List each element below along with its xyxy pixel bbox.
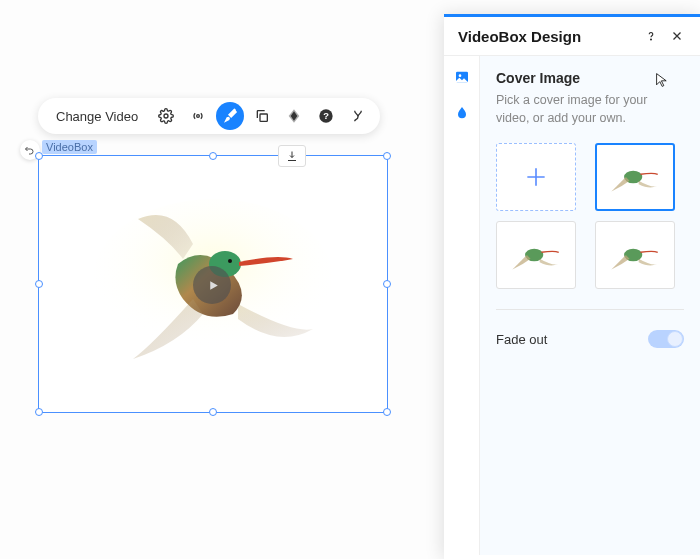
panel-help-icon[interactable] (642, 27, 660, 45)
fade-out-toggle[interactable] (648, 330, 684, 348)
help-icon[interactable]: ? (312, 102, 340, 130)
color-tab-icon[interactable] (453, 104, 471, 122)
settings-icon[interactable] (152, 102, 180, 130)
section-description: Pick a cover image for your video, or ad… (496, 92, 684, 127)
cover-image-option[interactable] (595, 221, 675, 289)
change-video-button[interactable]: Change Video (44, 109, 150, 124)
stretch-icon[interactable] (344, 102, 372, 130)
add-cover-image-button[interactable] (496, 143, 576, 211)
animation-icon[interactable] (280, 102, 308, 130)
broadcast-icon[interactable] (184, 102, 212, 130)
design-brush-icon[interactable] (216, 102, 244, 130)
download-button[interactable] (278, 145, 306, 167)
design-panel: VideoBox Design Cover Image Pick a cover… (444, 14, 700, 559)
close-icon[interactable] (668, 27, 686, 45)
svg-text:?: ? (323, 111, 329, 121)
image-tab-icon[interactable] (453, 68, 471, 86)
svg-point-7 (228, 259, 232, 263)
video-toolbar: Change Video ? (38, 98, 380, 134)
play-button[interactable] (193, 266, 231, 304)
svg-point-1 (197, 115, 200, 118)
fade-out-label: Fade out (496, 332, 547, 347)
svg-rect-2 (260, 114, 267, 121)
component-tag: VideoBox (42, 140, 97, 154)
svg-point-10 (458, 74, 461, 77)
panel-tab-rail (444, 56, 480, 555)
cover-image-option[interactable] (496, 221, 576, 289)
svg-point-8 (651, 39, 652, 40)
video-selection-frame[interactable] (38, 155, 388, 413)
cover-image-grid (496, 143, 684, 310)
panel-title: VideoBox Design (458, 28, 634, 45)
copy-icon[interactable] (248, 102, 276, 130)
cover-image-option[interactable] (595, 143, 675, 211)
svg-point-0 (164, 114, 168, 118)
video-preview (39, 156, 387, 412)
section-title: Cover Image (496, 70, 684, 86)
